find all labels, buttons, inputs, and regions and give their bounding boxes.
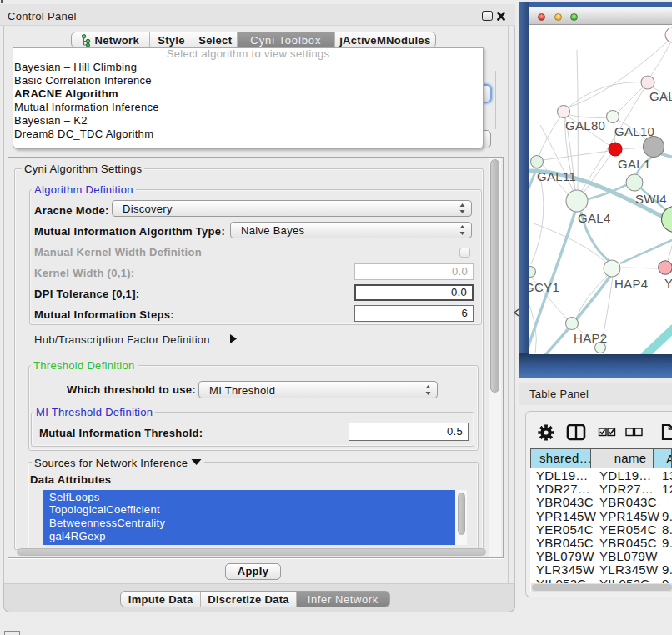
svg-text:GCY1: GCY1 bbox=[529, 280, 559, 294]
svg-text:GAL80: GAL80 bbox=[565, 118, 605, 132]
svg-text:GAL2: GAL2 bbox=[649, 89, 672, 103]
svg-text:YM: YM bbox=[664, 276, 672, 290]
svg-text:HAP2: HAP2 bbox=[574, 331, 607, 345]
svg-text:GAL10: GAL10 bbox=[614, 124, 654, 138]
svg-text:GAL11: GAL11 bbox=[537, 169, 576, 183]
svg-text:GAL4: GAL4 bbox=[578, 211, 611, 225]
svg-text:GAL1: GAL1 bbox=[618, 157, 651, 171]
svg-text:SWI4: SWI4 bbox=[635, 192, 667, 206]
svg-text:HAP4: HAP4 bbox=[614, 277, 648, 291]
